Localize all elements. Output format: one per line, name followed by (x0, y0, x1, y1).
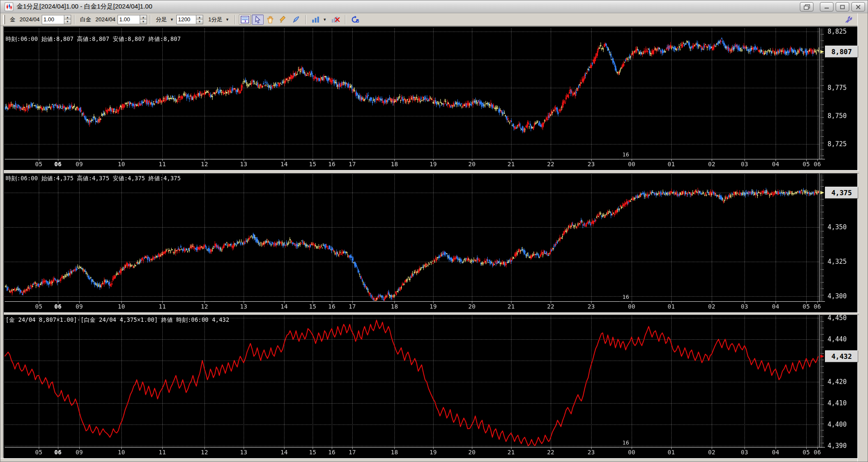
spread-chart-canvas[interactable] (4, 315, 859, 458)
pencil-tool-button[interactable] (277, 14, 289, 25)
interval-dropdown-label[interactable]: 分足 (156, 16, 167, 23)
toolbar-grip[interactable] (3, 15, 5, 24)
indicator-settings-button[interactable] (239, 14, 251, 25)
platinum-time-axis-label: 10 (114, 303, 129, 310)
pen-tool-button[interactable] (290, 14, 302, 25)
gold-y-axis-label: 8,775 (828, 84, 858, 92)
toolbar-separator (345, 15, 346, 24)
spread-y-axis-label: 4,440 (828, 335, 858, 343)
gold-day-change-label: 16 (616, 151, 629, 158)
gold-ohlc-info: 時刻:06:00 始値:8,807 高値:8,807 安値:8,807 終値:8… (6, 35, 181, 43)
gold-time-axis-label: 03 (737, 161, 752, 167)
gold-multiplier-spinner[interactable]: ▲ ▼ (64, 15, 71, 24)
platinum-time-axis-label: 09 (72, 303, 86, 310)
panel-divider[interactable] (4, 170, 859, 173)
spread-time-axis-label: 05 (32, 449, 46, 456)
bar-count-input[interactable] (176, 15, 196, 24)
platinum-time-axis-label: 17 (345, 303, 359, 310)
wrench-settings-button[interactable] (842, 14, 854, 25)
platinum-current-price-box: 4,375 (825, 187, 858, 199)
application-window: 金1分足[2024/04]1.00 - 白金1分足[2024/04]1.00 (0, 0, 868, 462)
gold-time-axis-label: 20 (465, 161, 479, 167)
platinum-time-axis-label: 20 (465, 303, 479, 310)
platinum-y-axis-label: 4,300 (828, 292, 858, 300)
close-button[interactable] (851, 2, 865, 12)
gold-time-axis-label: 00 (624, 161, 639, 167)
minimize-button[interactable] (820, 2, 834, 12)
chevron-down-icon[interactable]: ▼ (225, 17, 229, 22)
spread-y-axis-label: 4,450 (828, 314, 858, 322)
gold-time-axis-label: 21 (504, 161, 518, 167)
timeframe-dropdown[interactable]: 1分足 (208, 16, 222, 23)
spread-time-axis-label: 21 (504, 449, 518, 456)
titlebar[interactable]: 金1分足[2024/04]1.00 - 白金1分足[2024/04]1.00 (0, 0, 868, 13)
spread-time-axis-label: 13 (236, 449, 251, 456)
spread-y-axis-label: 4,420 (828, 378, 858, 386)
maximize-button[interactable] (836, 2, 849, 12)
platinum-time-axis-label: 14 (277, 303, 291, 310)
spin-up-icon[interactable]: ▲ (64, 15, 71, 20)
platinum-time-axis-label: 02 (704, 303, 719, 310)
platinum-multiplier-input[interactable] (118, 15, 140, 24)
spin-down-icon[interactable]: ▼ (64, 20, 71, 24)
platinum-chart-panel: 時刻:06:00 始値:4,375 高値:4,375 安値:4,375 終値:4… (4, 173, 859, 312)
spread-time-axis-label: 06 (810, 449, 825, 456)
chart-region: 時刻:06:00 始値:8,807 高値:8,807 安値:8,807 終値:8… (3, 26, 858, 458)
spin-down-icon[interactable]: ▼ (140, 20, 147, 24)
spin-up-icon[interactable]: ▲ (140, 15, 147, 20)
gold-y-axis-label: 8,725 (828, 140, 858, 148)
spread-time-axis-label: 10 (114, 449, 129, 456)
platinum-time-axis-label: 06 (810, 303, 825, 310)
hand-tool-button[interactable] (264, 14, 276, 25)
bar-chart-type-button[interactable] (310, 14, 322, 25)
spread-time-axis-label: 17 (345, 449, 359, 456)
spread-time-axis-label: 01 (664, 449, 678, 456)
platinum-time-axis-label: 23 (584, 303, 598, 310)
gold-time-axis-label: 18 (387, 161, 402, 167)
toolbar: 金 2024/04 ▲ ▼ 白金 2024/04 ▲ ▼ 分足 ▼ ▲ ▼ 1分… (0, 13, 868, 26)
chevron-down-icon[interactable]: ▼ (323, 17, 327, 22)
spin-down-icon[interactable]: ▼ (196, 20, 203, 24)
platinum-time-axis-label: 15 (305, 303, 320, 310)
gold-time-axis-label: 06 (810, 161, 825, 167)
spread-time-axis-label: 18 (387, 449, 402, 456)
spread-y-axis-label: 4,410 (828, 399, 858, 407)
gold-time-axis-label: 01 (664, 161, 678, 167)
spin-up-icon[interactable]: ▲ (196, 15, 203, 20)
gold-chart-panel: 時刻:06:00 始値:8,807 高値:8,807 安値:8,807 終値:8… (4, 28, 859, 170)
bar-count-spinner[interactable]: ▲ ▼ (196, 15, 203, 24)
platinum-chart-canvas[interactable] (4, 173, 859, 312)
gold-time-axis-label: 02 (704, 161, 719, 167)
platinum-time-axis-label: 18 (387, 303, 402, 310)
spread-time-axis-label: 00 (624, 449, 639, 456)
gold-time-axis-label: 22 (543, 161, 558, 167)
platinum-time-axis-label: 00 (624, 303, 639, 310)
gold-multiplier-input[interactable] (42, 15, 64, 24)
gold-chart-canvas[interactable] (4, 28, 859, 170)
chevron-down-icon[interactable]: ▼ (170, 17, 174, 22)
spread-day-change-label: 16 (616, 439, 629, 446)
gold-time-axis-label: 05 (32, 161, 46, 167)
platinum-time-axis-label: 16 (325, 303, 339, 310)
spread-time-axis-label: 09 (72, 449, 86, 456)
refresh-button[interactable]: B (349, 14, 361, 25)
window-title: 金1分足[2024/04]1.00 - 白金1分足[2024/04]1.00 (17, 3, 152, 11)
spread-y-axis-label: 4,400 (828, 421, 858, 428)
toolbar-separator (74, 15, 75, 24)
spread-time-axis-label: 02 (704, 449, 719, 456)
platinum-multiplier-spinner[interactable]: ▲ ▼ (140, 15, 147, 24)
gold-y-axis-label: 8,750 (828, 112, 858, 120)
cursor-tool-button[interactable] (252, 14, 264, 25)
panel-divider[interactable] (4, 312, 859, 315)
spread-time-axis-label: 04 (768, 449, 783, 456)
gold-time-axis-label: 13 (236, 161, 251, 167)
platinum-time-axis-label: 19 (426, 303, 440, 310)
gold-time-axis-label: 17 (345, 161, 359, 167)
platinum-time-axis-label: 13 (236, 303, 251, 310)
cascade-windows-button[interactable] (800, 2, 813, 12)
spread-time-axis-label: 06 (51, 449, 65, 456)
platinum-time-axis-label: 01 (664, 303, 678, 310)
toolbar-separator (150, 15, 151, 24)
platinum-time-axis-label: 22 (543, 303, 558, 310)
remove-chart-button[interactable] (330, 14, 342, 25)
